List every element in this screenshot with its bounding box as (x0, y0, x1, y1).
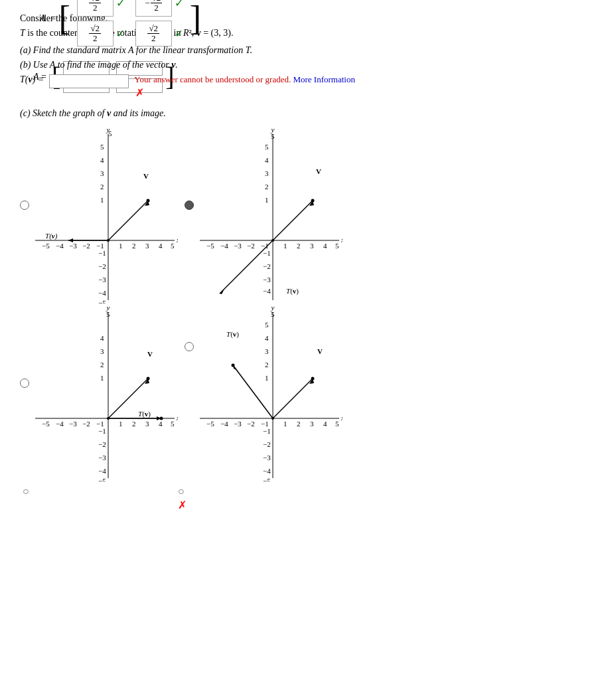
x-neg5-4: −5 (206, 420, 214, 428)
part-c-label: (c) Sketch the graph of v and its image. (20, 108, 596, 119)
graph-svg-2: y 5 −5 −4 −3 −2 −1 1 2 3 4 5 x 5 4 3 2 1 (196, 124, 343, 303)
v-label-1: V (143, 172, 149, 180)
part-b-label: (b) Use A to find the image of the vecto… (20, 60, 596, 70)
cell-wrap-11: √2 2 ✓ (77, 0, 125, 17)
y-neg4-2: −4 (263, 287, 271, 295)
graph-svg-1: y 5 T(v) V −5 −4 −3 −2 −1 1 2 (32, 124, 178, 303)
x-1-2: 1 (283, 242, 287, 250)
x-1-1: 1 (119, 242, 123, 250)
y-3-2: 3 (265, 169, 269, 177)
tv-label-1: T(v) (45, 232, 58, 240)
y-neg3-4: −3 (263, 454, 271, 462)
neg-frac-12: − √2 2 (145, 0, 162, 13)
error-x-mark: ✗ (135, 86, 355, 99)
y-neg1-3: −1 (98, 427, 106, 435)
left-bracket: [ (57, 0, 71, 52)
x-axis-label-4: x (341, 414, 343, 422)
cell-wrap-12: − √2 2 ✓ (135, 0, 183, 17)
frac-den-12: 2 (153, 3, 160, 13)
y-5-2b: 5 (265, 143, 269, 151)
part-c: (c) Sketch the graph of v and its image.… (20, 108, 596, 511)
y-neg4-4: −4 (263, 467, 271, 475)
tv-label-4: T(v) (226, 330, 239, 339)
x-3-2: 3 (310, 242, 314, 250)
bottom-marks-row: ○ ○ ✗ (20, 485, 596, 511)
y-neg4-3: −4 (98, 467, 106, 475)
error-area: Your answer cannot be understood or grad… (134, 74, 355, 99)
y-1-3: 1 (100, 374, 104, 382)
x-neg3-1: −3 (69, 242, 77, 250)
circle-mark-4: ○ (178, 485, 185, 497)
tv-arrow-2 (220, 289, 224, 294)
v-vector-2 (273, 201, 313, 240)
radio-2[interactable] (185, 201, 194, 210)
y-neg4-1: −4 (98, 289, 106, 297)
bottom-mark-4: ○ ✗ (175, 485, 324, 511)
y-neg1-1: −1 (98, 249, 106, 257)
more-info-link[interactable]: More Information (293, 74, 355, 84)
matrix-display-wrap: A = [ √2 2 ✓ − √2 (40, 0, 596, 52)
x-neg5-3: −5 (42, 420, 50, 428)
frac-22: √2 2 (147, 24, 159, 44)
y-1-2: 1 (265, 196, 269, 204)
x-2-3: 2 (132, 420, 136, 428)
y-neg3-2: −3 (263, 276, 271, 284)
x-4-2: 4 (323, 242, 327, 250)
graphs-top-row: y 5 T(v) V −5 −4 −3 −2 −1 1 2 (20, 124, 596, 303)
y-3-3: 3 (100, 347, 104, 355)
cell-box-22: √2 2 (135, 21, 172, 47)
x-neg2-1: −2 (82, 242, 90, 250)
part-b: (b) Use A to find the image of the vecto… (20, 60, 596, 99)
frac-den-11: 2 (92, 3, 99, 13)
y-neg2-1: −2 (98, 262, 106, 270)
tv-answer-input[interactable] (49, 74, 129, 88)
check-22: ✓ (175, 27, 183, 40)
graph-option-1: y 5 T(v) V −5 −4 −3 −2 −1 1 2 (20, 124, 178, 303)
origin-dot-2 (271, 239, 274, 242)
check-11: ✓ (116, 0, 125, 9)
radio-3[interactable] (20, 379, 29, 388)
x-neg2-3: −2 (82, 420, 90, 428)
x-1-3: 1 (119, 420, 123, 428)
y-neg5-4: −5 (263, 477, 271, 481)
x-neg4-1: −4 (56, 242, 64, 250)
v-tip-dot-1 (147, 199, 150, 203)
y-2-3: 2 (100, 361, 104, 369)
v-label-2: V (316, 167, 321, 175)
y-4-3: 4 (100, 334, 104, 342)
graph-svg-3: y 5 −5 −4 −3 −2 −1 1 2 3 4 5 x 4 3 2 1 −… (32, 302, 178, 481)
part-b-input-row: T(v) = Your answer cannot be understood … (20, 74, 596, 99)
v-vector-4 (273, 379, 313, 418)
svg-text:5: 5 (108, 129, 112, 137)
radio-1[interactable] (20, 201, 29, 210)
x-3-4: 3 (310, 420, 314, 428)
y-1-4: 1 (265, 374, 269, 382)
x-neg3-4: −3 (234, 420, 242, 428)
x-neg4-2: −4 (220, 242, 228, 250)
x-neg3-3: −3 (69, 420, 77, 428)
x-1-4: 1 (283, 420, 287, 428)
y-5-4b: 5 (265, 321, 269, 329)
x-5-3: 5 (171, 420, 175, 428)
y-3-4: 3 (265, 347, 269, 355)
tv-label-3: T(v) (138, 410, 151, 418)
radio-4[interactable] (185, 342, 194, 351)
x-4-4: 4 (323, 420, 327, 428)
y-neg2-4: −2 (263, 440, 271, 448)
frac-num-22: √2 (147, 24, 159, 34)
v-tip-3 (147, 377, 150, 381)
y-2-1: 2 (100, 183, 104, 191)
v-label-4: V (317, 347, 323, 355)
x-2-2: 2 (297, 242, 301, 250)
y-1-1: 1 (100, 196, 104, 204)
origin-dot-3 (107, 417, 110, 420)
cell-box-11: √2 2 (77, 0, 114, 17)
x-axis-label-2: x (341, 236, 343, 244)
cell-box-12: − √2 2 (135, 0, 172, 17)
neg-sign: − (145, 0, 149, 9)
tv-tip-4 (232, 364, 235, 367)
graph-svg-4: y 5 −5 −4 −3 −2 −1 1 2 3 4 5 x 5 4 3 2 1 (196, 302, 343, 481)
circle-mark-3: ○ (23, 485, 29, 511)
y-4-1: 4 (100, 156, 104, 164)
tv-label-2: T(v) (286, 287, 299, 296)
